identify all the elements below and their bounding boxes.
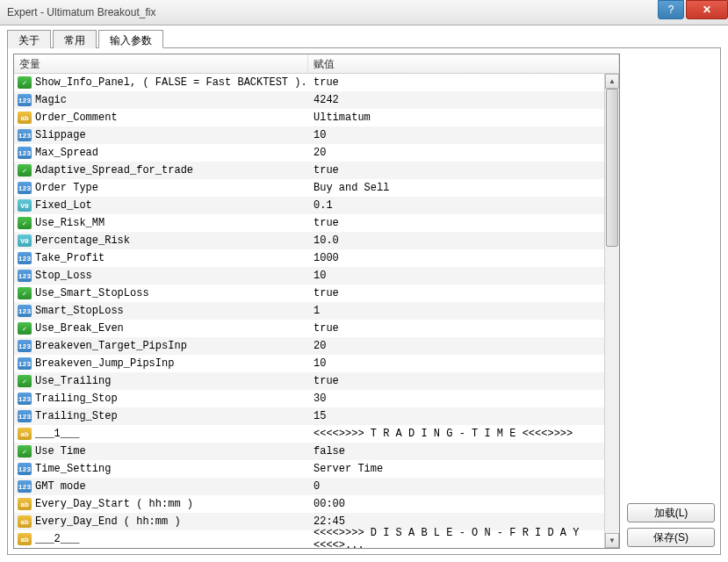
table-row[interactable]: 123Breakeven_Target_PipsInp20 (14, 337, 619, 355)
param-value-cell[interactable]: 15 (308, 410, 619, 422)
table-row[interactable]: ab___1___<<<<>>>> T R A D I N G - T I M … (14, 425, 619, 443)
param-name-cell: 123Trailing_Step (14, 410, 308, 422)
table-row[interactable]: 123Take_Profit1000 (14, 249, 619, 267)
param-value-cell[interactable]: false (308, 445, 619, 458)
param-name: ___2___ (35, 533, 79, 545)
param-value-cell[interactable]: true (308, 76, 619, 89)
param-name: Order_Comment (35, 112, 118, 124)
table-row[interactable]: 123Trailing_Stop30 (14, 390, 619, 407)
param-name-cell: abOrder_Comment (14, 112, 308, 124)
param-value-cell[interactable]: 10.0 (308, 234, 619, 247)
table-row[interactable]: 123Trailing_Step15 (14, 407, 619, 425)
table-row[interactable]: 123Time_SettingServer Time (14, 460, 619, 478)
table-row[interactable]: 123Max_Spread20 (14, 144, 619, 162)
param-name-cell: 123Trailing_Stop (14, 393, 308, 405)
param-value-cell[interactable]: Server Time (308, 463, 619, 475)
table-row[interactable]: 123GMT mode0 (14, 478, 619, 495)
param-name: Time_Setting (35, 463, 111, 475)
param-value-cell[interactable]: 30 (308, 393, 619, 405)
param-value-cell[interactable]: 22:45 (308, 515, 619, 528)
scrollbar[interactable]: ▲ ▼ (604, 74, 619, 548)
param-value-cell[interactable]: true (308, 375, 619, 387)
tab-common[interactable]: 常用 (53, 30, 97, 48)
param-value-cell[interactable]: 1 (308, 305, 619, 317)
param-value-cell[interactable]: 10 (308, 270, 619, 282)
param-value-cell[interactable]: 20 (308, 340, 619, 352)
table-row[interactable]: 123Order TypeBuy and Sell (14, 179, 619, 197)
param-name: Take_Profit (35, 252, 105, 264)
param-name: Percentage_Risk (35, 234, 130, 247)
header-variable[interactable]: 变量 (14, 54, 308, 73)
param-value-cell[interactable]: 20 (308, 147, 619, 159)
titlebar[interactable]: Expert - Ultimatum Breakout_fix ? ✕ (0, 0, 728, 25)
load-button[interactable]: 加载(L) (627, 503, 715, 522)
param-name-cell: ✓Use Time (14, 445, 308, 458)
table-row[interactable]: 123Smart_StopLoss1 (14, 302, 619, 320)
table-row[interactable]: 123Magic4242 (14, 91, 619, 109)
param-name-cell: 123Max_Spread (14, 147, 308, 159)
table-row[interactable]: ✓Use_Trailingtrue (14, 372, 619, 390)
save-button[interactable]: 保存(S) (627, 528, 715, 547)
param-name-cell: 123Order Type (14, 182, 308, 194)
param-name-cell: 123Smart_StopLoss (14, 305, 308, 317)
table-row[interactable]: 123Stop_Loss10 (14, 267, 619, 285)
table-row[interactable]: ✓Use_Break_Eventrue (14, 320, 619, 337)
table-row[interactable]: abOrder_CommentUltimatum (14, 109, 619, 126)
int-type-icon: 123 (18, 305, 32, 317)
int-type-icon: 123 (18, 270, 32, 282)
param-name: Every_Day_End ( hh:mm ) (35, 515, 181, 528)
param-value-cell[interactable]: 00:00 (308, 498, 619, 510)
param-name-cell: ✓Use_Smart_StopLoss (14, 287, 308, 299)
param-value-cell[interactable]: 1000 (308, 252, 619, 264)
tab-about[interactable]: 关于 (7, 30, 51, 48)
dbl-type-icon: V0 (18, 199, 32, 212)
scroll-thumb[interactable] (606, 89, 618, 247)
param-name: Breakeven_Jump_PipsInp (35, 357, 174, 370)
param-name-cell: 123Take_Profit (14, 252, 308, 264)
table-row[interactable]: abEvery_Day_Start ( hh:mm )00:00 (14, 495, 619, 513)
param-value-cell[interactable]: 10 (308, 129, 619, 141)
table-row[interactable]: V0Percentage_Risk10.0 (14, 232, 619, 249)
close-button[interactable]: ✕ (686, 0, 728, 19)
bool-type-icon: ✓ (18, 164, 32, 177)
bool-type-icon: ✓ (18, 287, 32, 299)
table-row[interactable]: 123Breakeven_Jump_PipsInp10 (14, 355, 619, 372)
int-type-icon: 123 (18, 463, 32, 475)
scroll-up-button[interactable]: ▲ (605, 74, 619, 89)
param-value-cell[interactable]: 10 (308, 357, 619, 370)
param-value-cell[interactable]: Ultimatum (308, 112, 619, 124)
param-value-cell[interactable]: true (308, 217, 619, 229)
table-row[interactable]: ✓Use_Smart_StopLosstrue (14, 285, 619, 302)
table-row[interactable]: V0Fixed_Lot0.1 (14, 197, 619, 214)
scroll-down-button[interactable]: ▼ (605, 533, 619, 548)
param-name-cell: 123Time_Setting (14, 463, 308, 475)
param-value-cell[interactable]: true (308, 322, 619, 335)
table-row[interactable]: ✓Adaptive_Spread_for_tradetrue (14, 162, 619, 179)
table-row[interactable]: ✓Use Timefalse (14, 443, 619, 460)
table-row[interactable]: ab___2___<<<<>>>> D I S A B L E - O N - … (14, 530, 619, 548)
int-type-icon: 123 (18, 182, 32, 194)
param-value-cell[interactable]: 0.1 (308, 199, 619, 212)
table-row[interactable]: 123Slippage10 (14, 126, 619, 144)
param-name-cell: ✓Use_Break_Even (14, 322, 308, 335)
param-value-cell[interactable]: true (308, 164, 619, 177)
param-value-cell[interactable]: Buy and Sell (308, 182, 619, 194)
param-name-cell: ✓Use_Risk_MM (14, 217, 308, 229)
param-name-cell: ✓Adaptive_Spread_for_trade (14, 164, 308, 177)
param-value-cell[interactable]: 4242 (308, 94, 619, 106)
tab-inputs[interactable]: 输入参数 (98, 30, 163, 48)
header-value[interactable]: 赋值 (308, 54, 619, 73)
int-type-icon: 123 (18, 252, 32, 264)
bool-type-icon: ✓ (18, 375, 32, 387)
param-value-cell[interactable]: true (308, 287, 619, 299)
int-type-icon: 123 (18, 340, 32, 352)
param-name-cell: V0Percentage_Risk (14, 234, 308, 247)
param-value-cell[interactable]: <<<<>>>> T R A D I N G - T I M E <<<<>>>… (308, 428, 619, 440)
help-button[interactable]: ? (658, 0, 684, 19)
param-value-cell[interactable]: <<<<>>>> D I S A B L E - O N - F R I D A… (308, 527, 619, 548)
param-name-cell: ab___1___ (14, 428, 308, 440)
param-name: Show_Info_Panel, ( FALSE = Fast BACKTEST… (35, 76, 307, 89)
table-row[interactable]: ✓Use_Risk_MMtrue (14, 214, 619, 232)
table-row[interactable]: ✓Show_Info_Panel, ( FALSE = Fast BACKTES… (14, 74, 619, 91)
param-value-cell[interactable]: 0 (308, 480, 619, 493)
